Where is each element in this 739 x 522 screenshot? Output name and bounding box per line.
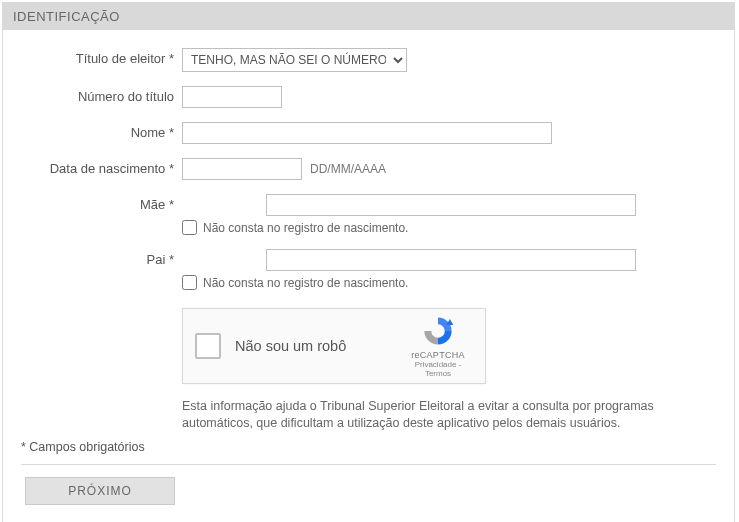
data-nascimento-input[interactable] [182,158,302,180]
next-button[interactable]: PRÓXIMO [25,477,175,505]
pai-nao-consta-label: Não consta no registro de nascimento. [203,276,408,290]
recaptcha-icon [421,314,455,348]
mae-nao-consta-checkbox[interactable] [182,220,197,235]
recaptcha-label: Não sou um robô [235,338,403,354]
divider [21,464,716,465]
recaptcha-terms-link[interactable]: Termos [425,369,451,378]
panel-body: Título de eleitor * TENHO, MAS NÃO SEI O… [3,30,734,522]
numero-titulo-input[interactable] [182,86,282,108]
mae-input[interactable] [266,194,636,216]
label-titulo-eleitor: Título de eleitor * [17,48,182,66]
row-info: Esta informação ajuda o Tribunal Superio… [17,398,720,432]
label-numero-titulo: Número do título [17,86,182,104]
row-nome: Nome * [17,122,720,144]
label-pai: Pai * [17,249,182,267]
identification-panel: IDENTIFICAÇÃO Título de eleitor * TENHO,… [2,2,735,522]
recaptcha-widget: Não sou um robô reCAPTCHA [182,308,486,384]
required-fields-note: * Campos obrigatórios [21,440,720,454]
label-data-nascimento: Data de nascimento * [17,158,182,176]
data-nascimento-hint: DD/MM/AAAA [310,162,386,176]
recaptcha-branding: reCAPTCHA Privacidade - Termos [403,314,473,378]
row-titulo-eleitor: Título de eleitor * TENHO, MAS NÃO SEI O… [17,48,720,72]
captcha-info-text: Esta informação ajuda o Tribunal Superio… [182,398,702,432]
label-mae: Mãe * [17,194,182,212]
titulo-eleitor-select[interactable]: TENHO, MAS NÃO SEI O NÚMERO [182,48,407,72]
mae-nao-consta-label: Não consta no registro de nascimento. [203,221,408,235]
row-pai: Pai * Não consta no registro de nascimen… [17,249,720,290]
nome-input[interactable] [182,122,552,144]
pai-input[interactable] [266,249,636,271]
label-nome: Nome * [17,122,182,140]
row-data-nascimento: Data de nascimento * DD/MM/AAAA [17,158,720,180]
row-captcha: Não sou um robô reCAPTCHA [17,308,720,384]
recaptcha-privacy-link[interactable]: Privacidade [415,360,457,369]
recaptcha-checkbox[interactable] [195,333,221,359]
panel-title: IDENTIFICAÇÃO [3,3,734,30]
row-mae: Mãe * Não consta no registro de nascimen… [17,194,720,235]
recaptcha-links: Privacidade - Termos [403,360,473,378]
pai-nao-consta-checkbox[interactable] [182,275,197,290]
row-numero-titulo: Número do título [17,86,720,108]
recaptcha-brand-text: reCAPTCHA [403,350,473,360]
